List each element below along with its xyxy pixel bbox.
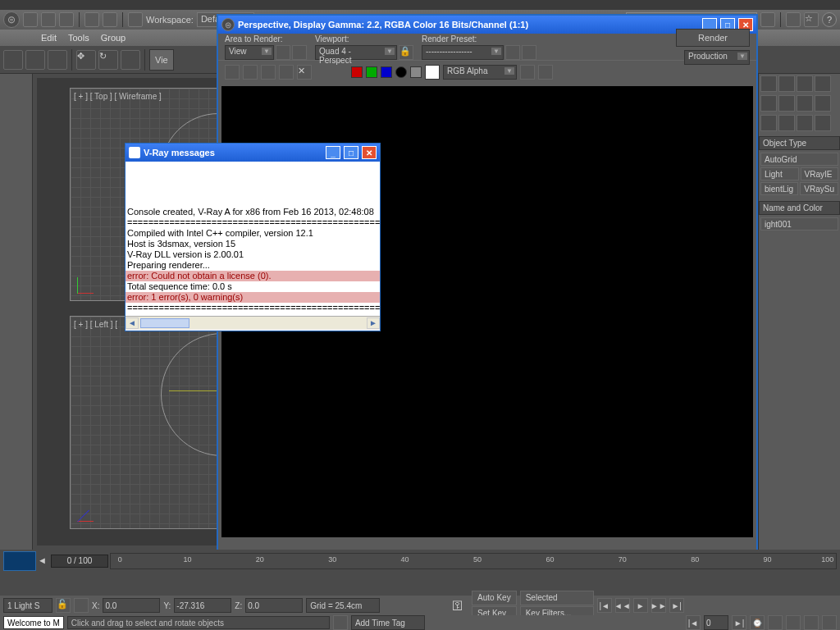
select-region-tool[interactable] (25, 50, 45, 70)
play-icon[interactable]: ► (633, 598, 648, 613)
mono-channel-icon[interactable] (410, 66, 422, 78)
preset-dropdown[interactable]: ----------------- (422, 45, 504, 60)
panel-icon[interactable] (815, 95, 831, 112)
light-type-button[interactable]: Light (760, 167, 799, 180)
toggle-ui-icon[interactable] (538, 65, 553, 80)
green-channel-icon[interactable] (366, 66, 377, 78)
new-file-button[interactable] (23, 12, 38, 27)
lock-selection-icon[interactable]: 🔓 (56, 598, 71, 613)
preset-btn1[interactable] (505, 45, 520, 60)
vray-ies-button[interactable]: VRayIE (801, 167, 839, 180)
key-mode-dropdown[interactable]: Selected (520, 591, 594, 605)
y-coord-field[interactable]: -27.316 (174, 598, 231, 613)
rotate-tool[interactable]: ↻ (98, 50, 118, 70)
area-dropdown[interactable]: View (225, 45, 274, 60)
minimize-button[interactable]: _ (326, 146, 340, 159)
viewport-top-label[interactable]: [ + ] [ Top ] [ Wireframe ] (74, 92, 162, 101)
vray-scrollbar[interactable]: ◄ ► (126, 316, 380, 329)
sel-lock-icon[interactable] (74, 598, 89, 613)
viewport-dropdown[interactable]: Quad 4 - Perspect (315, 45, 397, 60)
next-frame-icon[interactable]: ►► (651, 598, 666, 613)
connect-button[interactable] (786, 12, 801, 27)
goto-start-icon[interactable]: |◄ (597, 598, 612, 613)
favorite-icon[interactable]: ☆ (804, 12, 819, 27)
time-config-icon[interactable]: ⌚ (750, 615, 765, 630)
help-icon[interactable]: ? (822, 12, 837, 27)
swatch-icon[interactable] (425, 65, 440, 80)
render-button[interactable]: Render (676, 29, 750, 47)
current-frame-field[interactable]: 0 (704, 615, 728, 630)
script-toggle-icon[interactable] (333, 615, 348, 630)
clear-icon[interactable]: ✕ (297, 65, 312, 80)
viewport-left-label[interactable]: [ + ] [ Left ] [ (74, 320, 117, 329)
name-color-rollout[interactable]: Name and Color (759, 201, 840, 215)
open-file-button[interactable] (41, 12, 56, 27)
copy-image-icon[interactable] (243, 65, 258, 80)
red-channel-icon[interactable] (351, 66, 363, 78)
vray-sun-button[interactable]: VRaySu (800, 182, 838, 195)
modify-tab-icon[interactable] (778, 75, 795, 92)
production-dropdown[interactable]: Production (684, 50, 750, 65)
vray-message-list[interactable]: Console created, V-Ray A for x86 from Fe… (126, 162, 380, 316)
scroll-right-icon[interactable]: ► (367, 317, 380, 329)
category-icon[interactable] (760, 115, 777, 131)
scroll-left-icon[interactable]: ◄ (38, 555, 49, 567)
save-file-button[interactable] (59, 12, 74, 27)
menu-tools[interactable]: Tools (68, 33, 89, 43)
ribbon-tab-view[interactable]: Vie (149, 49, 174, 71)
ambient-light-button[interactable]: bientLig (760, 182, 798, 195)
timeline-ruler[interactable]: 0 10 20 30 40 50 60 70 80 90 100 (110, 553, 837, 569)
app-logo-icon[interactable]: ⊜ (3, 11, 20, 28)
area-btn2[interactable] (292, 45, 307, 60)
viewport-left[interactable]: [ + ] [ Left ] [ (70, 316, 217, 529)
auto-key-button[interactable]: Auto Key (472, 591, 517, 605)
close-button[interactable]: ✕ (362, 146, 377, 159)
search-button[interactable] (760, 12, 775, 27)
redo-button[interactable] (103, 12, 117, 27)
alpha-channel-icon[interactable] (395, 66, 407, 78)
blue-channel-icon[interactable] (381, 66, 392, 78)
key-icon[interactable]: ⚿ (452, 599, 468, 612)
hierarchy-tab-icon[interactable] (797, 75, 813, 92)
maxscript-listener[interactable]: Welcome to M (3, 616, 64, 629)
nav-zoom-icon[interactable] (768, 615, 783, 630)
category-icon[interactable] (797, 115, 813, 131)
preset-btn2[interactable] (522, 45, 536, 60)
nav-pan-icon[interactable] (786, 615, 801, 630)
object-type-rollout[interactable]: Object Type (759, 136, 840, 150)
nav-orbit-icon[interactable] (804, 615, 819, 630)
link-button[interactable] (128, 12, 143, 27)
category-icon[interactable] (778, 115, 795, 131)
autogrid-checkbox[interactable]: AutoGrid (760, 153, 838, 166)
motion-tab-icon[interactable] (815, 75, 831, 92)
clone-frame-icon[interactable] (261, 65, 276, 80)
scale-tool[interactable] (121, 50, 140, 70)
prev-frame-icon[interactable]: ◄◄ (615, 598, 630, 613)
z-coord-field[interactable]: 0.0 (245, 598, 303, 613)
create-tab-icon[interactable] (760, 75, 777, 92)
timeline-config-icon[interactable] (3, 551, 36, 571)
undo-button[interactable] (84, 12, 99, 27)
frame-counter[interactable]: 0 / 100 (51, 555, 108, 568)
save-image-icon[interactable] (225, 65, 240, 80)
menu-group[interactable]: Group (101, 33, 126, 43)
category-icon[interactable] (815, 115, 831, 131)
toggle-overlay-icon[interactable] (520, 65, 535, 80)
x-coord-field[interactable]: 0.0 (103, 598, 160, 613)
scroll-thumb[interactable] (140, 318, 189, 328)
prev-key-icon[interactable]: |◄ (686, 615, 701, 630)
display-tab-icon[interactable] (760, 95, 777, 112)
select-tool[interactable] (3, 50, 23, 70)
next-key-icon[interactable]: ►| (732, 615, 746, 630)
area-btn1[interactable] (276, 45, 290, 60)
panel-icon[interactable] (797, 95, 813, 112)
vray-titlebar[interactable]: V-Ray messages _ □ ✕ (126, 144, 380, 162)
channel-dropdown[interactable]: RGB Alpha (443, 65, 517, 80)
select-window-tool[interactable] (48, 50, 67, 70)
move-tool[interactable]: ✥ (76, 50, 96, 70)
menu-edit[interactable]: Edit (41, 33, 57, 43)
goto-end-icon[interactable]: ►| (669, 598, 684, 613)
utilities-tab-icon[interactable] (778, 95, 795, 112)
add-time-tag[interactable]: Add Time Tag (351, 615, 425, 630)
object-name-field[interactable]: ight001 (760, 217, 838, 231)
